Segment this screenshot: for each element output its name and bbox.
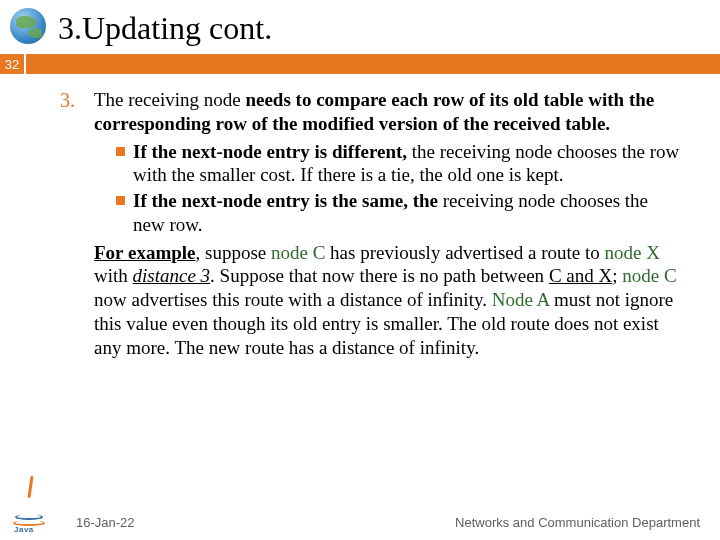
slide-number: 32 (0, 54, 26, 74)
slide-footer: 16-Jan-22 Networks and Communication Dep… (0, 515, 720, 530)
text: now advertises this route with a distanc… (94, 289, 492, 310)
text-bold: If the next-node entry is the same, the (133, 190, 438, 211)
item-body: The receiving node needs to compare each… (94, 88, 680, 359)
slide-title: 3.Updating cont. (58, 10, 272, 47)
text-bold-underline: For example (94, 242, 196, 263)
footer-date: 16-Jan-22 (76, 515, 135, 530)
text-green: node C (622, 265, 676, 286)
sub-bullet-list: If the next-node entry is different, the… (116, 140, 680, 237)
footer-department: Networks and Communication Department (455, 515, 700, 530)
text: with (94, 265, 133, 286)
text: , suppose (196, 242, 271, 263)
divider-bar: 32 (0, 54, 720, 74)
sub-bullet: If the next-node entry is different, the… (116, 140, 680, 188)
slide-content: 3. The receiving node needs to compare e… (0, 74, 720, 359)
text-green: node X (604, 242, 659, 263)
text-green: node C (271, 242, 325, 263)
bullet-icon (116, 196, 125, 205)
text-green: Node A (492, 289, 550, 310)
text: . Suppose that now there is no path betw… (210, 265, 549, 286)
globe-icon (10, 8, 50, 48)
bullet-icon (116, 147, 125, 156)
numbered-item: 3. The receiving node needs to compare e… (60, 88, 680, 359)
sub-bullet: If the next-node entry is the same, the … (116, 189, 680, 237)
slide-header: 3.Updating cont. (0, 0, 720, 54)
text: The receiving node (94, 89, 245, 110)
text: has previously advertised a route to (325, 242, 604, 263)
text-underline: C and X (549, 265, 612, 286)
text: ; (612, 265, 622, 286)
text-underline-italic: distance 3 (133, 265, 211, 286)
item-number: 3. (60, 88, 88, 113)
text-bold: If the next-node entry is different, (133, 141, 407, 162)
